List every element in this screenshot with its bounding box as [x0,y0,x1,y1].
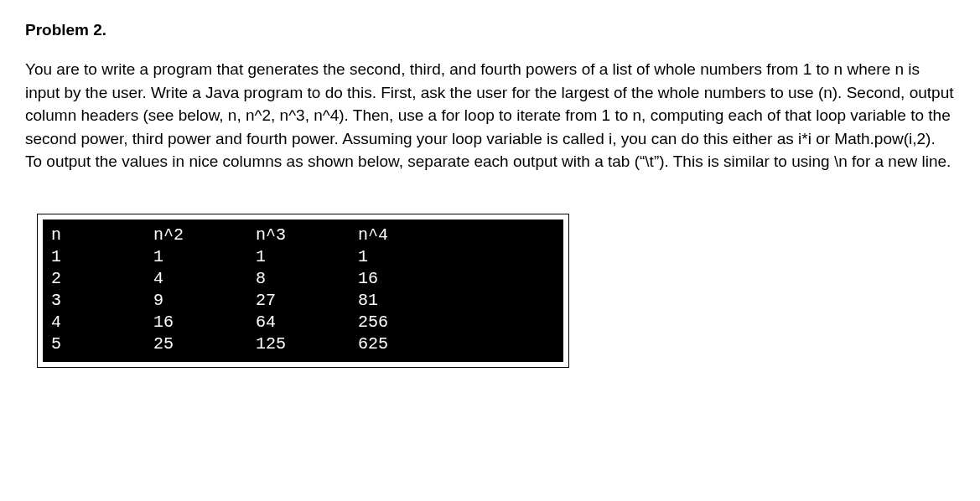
table-cell: 2 [51,268,153,290]
table-cell: 125 [256,333,358,355]
table-cell: 16 [358,268,460,290]
table-cell: 625 [358,333,460,355]
table-row: 1111 [51,246,555,268]
table-cell: 5 [51,333,153,355]
table-cell: 1 [51,246,153,268]
table-cell: n^4 [358,225,460,246]
table-cell: 27 [256,290,358,312]
problem-title: Problem 2. [25,21,955,39]
problem-body: You are to write a program that generate… [25,58,955,173]
table-row: nn^2n^3n^4 [51,225,555,246]
table-cell: 9 [153,290,256,312]
table-row: 41664256 [51,312,555,333]
table-cell: 1 [256,246,358,268]
table-cell: 81 [358,290,460,312]
table-cell: 1 [358,246,460,268]
table-cell: 256 [358,312,460,333]
table-cell: n^3 [256,225,358,246]
table-row: 24816 [51,268,555,290]
table-cell: 1 [153,246,256,268]
table-cell: 16 [153,312,256,333]
table-cell: n [51,225,153,246]
table-cell: 4 [153,268,256,290]
table-cell: 4 [51,312,153,333]
table-row: 392781 [51,290,555,312]
table-cell: n^2 [153,225,256,246]
table-cell: 25 [153,333,256,355]
table-cell: 8 [256,268,358,290]
table-cell: 3 [51,290,153,312]
terminal-output: nn^2n^3n^4111124816392781416642565251256… [43,220,563,362]
terminal-output-wrapper: nn^2n^3n^4111124816392781416642565251256… [37,214,569,368]
table-cell: 64 [256,312,358,333]
table-row: 525125625 [51,333,555,355]
